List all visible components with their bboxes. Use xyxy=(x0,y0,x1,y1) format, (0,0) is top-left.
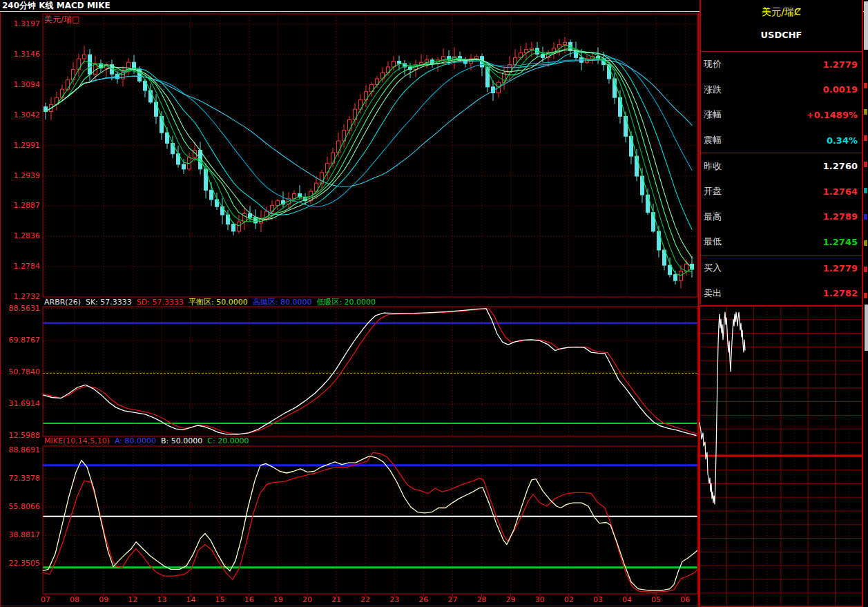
arbr-sd-value: SD: 57.3333 xyxy=(137,298,184,307)
mike-axis-label: 55.8066 xyxy=(4,503,40,511)
mike-axis-label: 72.3378 xyxy=(4,474,40,483)
date-axis-label: 05 xyxy=(647,596,665,604)
arbr-axis-label: 69.8767 xyxy=(4,336,40,345)
arbr-axis-label: 12.5988 xyxy=(4,432,40,440)
quote-row-bid[interactable]: 买入1.2779 xyxy=(701,256,862,281)
quote-group-bid-ask: 买入1.2779 卖出1.2782 xyxy=(701,255,862,306)
date-axis-label: 23 xyxy=(385,596,403,604)
main-chart-area[interactable] xyxy=(43,14,697,297)
date-axis-label: 04 xyxy=(618,596,636,604)
mike-axis-label: 38.8817 xyxy=(4,531,40,539)
scrollbar-track[interactable] xyxy=(865,305,868,351)
price-axis-label: 1.2836 xyxy=(4,232,40,240)
date-axis-label: 06 xyxy=(676,596,694,604)
price-axis-label: 1.2939 xyxy=(4,172,40,180)
mike-axis-label: 88.8691 xyxy=(4,446,40,454)
quote-title-cn: 美元/瑞Ȼ xyxy=(701,6,862,20)
date-axis-label: 22 xyxy=(356,596,374,604)
mike-b-value: B: 50.0000 xyxy=(161,436,202,445)
quote-group-change: 现价1.2779 涨跌0.0019 涨幅+0.1489% 震幅0.34% xyxy=(701,51,862,153)
quote-title-en: USDCHF xyxy=(701,30,862,42)
mike-name: MIKE(10,14,5,10) xyxy=(44,436,110,445)
mike-chart-area[interactable] xyxy=(43,446,697,594)
price-axis-label: 1.2887 xyxy=(4,202,40,210)
quote-row-amplitude[interactable]: 震幅0.34% xyxy=(701,128,862,153)
quote-row-prev-close[interactable]: 昨收1.2760 xyxy=(701,153,862,179)
date-axis-label: 21 xyxy=(327,596,345,604)
arbr-axis-label: 31.6914 xyxy=(4,400,40,408)
arbr-chart-area[interactable] xyxy=(43,307,697,436)
quote-row-ask[interactable]: 卖出1.2782 xyxy=(701,280,862,306)
price-axis-label: 1.2784 xyxy=(4,262,40,271)
price-axis-label: 1.3197 xyxy=(4,20,40,28)
arbr-sk-value: SK: 57.3333 xyxy=(86,298,132,307)
price-axis-label: 1.2732 xyxy=(4,293,40,301)
date-axis-label: 03 xyxy=(589,596,607,604)
quote-row-high[interactable]: 最高1.2789 xyxy=(701,204,862,230)
date-axis-label: 30 xyxy=(531,596,549,604)
date-axis-label: 26 xyxy=(414,596,432,604)
date-axis-label: 15 xyxy=(211,596,229,604)
mike-axis-label: 22.3505 xyxy=(4,559,40,568)
date-axis-label: 09 xyxy=(95,596,113,604)
quote-panel: 美元/瑞Ȼ USDCHF 现价1.2779 涨跌0.0019 涨幅+0.1489… xyxy=(700,0,863,305)
price-axis-label: 1.3042 xyxy=(4,111,40,119)
date-axis-label: 20 xyxy=(298,596,316,604)
quote-row-open[interactable]: 开盘1.2764 xyxy=(701,179,862,204)
price-axis-label: 1.3146 xyxy=(4,50,40,59)
quote-row-last[interactable]: 现价1.2779 xyxy=(701,52,862,77)
quote-row-change-pct[interactable]: 涨幅+0.1489% xyxy=(701,102,862,128)
price-axis-label: 1.3094 xyxy=(4,81,40,89)
date-axis-label: 16 xyxy=(240,596,258,604)
arbr-axis-label: 50.7840 xyxy=(4,368,40,376)
date-axis-label: 13 xyxy=(153,596,171,604)
date-axis-label: 08 xyxy=(66,596,84,604)
date-axis-label: 27 xyxy=(443,596,461,604)
date-axis-label: 14 xyxy=(182,596,200,604)
quote-group-ohlc: 昨收1.2760 开盘1.2764 最高1.2789 最低1.2745 xyxy=(701,153,862,254)
quote-row-change[interactable]: 涨跌0.0019 xyxy=(701,77,862,103)
date-axis-label: 02 xyxy=(560,596,578,604)
date-axis-label: 28 xyxy=(473,596,491,604)
date-axis-label: 07 xyxy=(37,596,55,604)
mini-tick-chart-area[interactable] xyxy=(700,306,862,606)
arbr-sell-zone: 高抛区: 80.0000 xyxy=(253,298,312,307)
mike-header: MIKE(10,14,5,10)A: 80.0000B: 50.0000C: 2… xyxy=(44,436,254,445)
arbr-header: ARBR(26)SK: 57.3333SD: 57.3333平衡区: 50.00… xyxy=(44,298,380,307)
date-axis-label: 29 xyxy=(502,596,520,604)
date-axis-label: 19 xyxy=(269,596,287,604)
scrollbar-thumb[interactable] xyxy=(864,1,868,50)
mike-a-value: A: 80.0000 xyxy=(115,436,156,445)
quote-row-low[interactable]: 最低1.2745 xyxy=(701,229,862,255)
arbr-balance: 平衡区: 50.0000 xyxy=(189,298,248,307)
arbr-axis-label: 88.5631 xyxy=(4,305,40,313)
mike-c-value: C: 20.0000 xyxy=(207,436,249,445)
price-axis-label: 1.2991 xyxy=(4,142,40,150)
arbr-name: ARBR(26) xyxy=(44,298,81,307)
arbr-buy-zone: 低吸区: 20.0000 xyxy=(316,298,376,307)
date-axis-label: 12 xyxy=(124,596,142,604)
